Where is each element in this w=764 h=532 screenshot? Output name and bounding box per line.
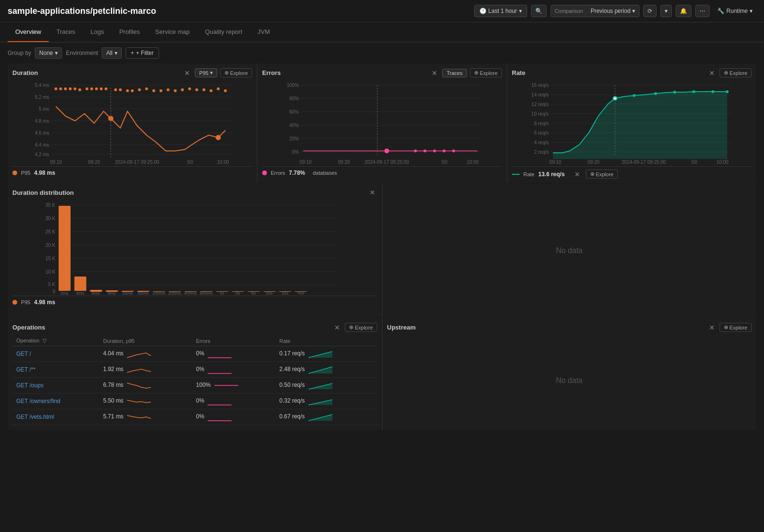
errors-chart-area: 100% 80% 60% 40% 20% 0% 09:10 [262, 80, 502, 166]
errors-chart-panel: Errors ✕ Traces ⊕ Explore 100% [257, 64, 507, 183]
table-row: GET /owners/find 5.50 ms 0% [12, 394, 377, 409]
tab-profiles[interactable]: Profiles [112, 22, 148, 42]
chevron-down-icon: ▾ [210, 70, 213, 76]
errors-explore-button[interactable]: ⊕ Explore [470, 68, 502, 77]
op-link[interactable]: GET /owners/find [16, 398, 60, 404]
upstream-no-data-text: No data [556, 376, 583, 385]
col-rate: Rate [276, 336, 377, 346]
upstream-panel: Upstream ✕ ⊕ Explore No data [382, 318, 757, 430]
svg-text:100%: 100% [286, 83, 299, 88]
right-no-data-panel: No data [382, 184, 757, 318]
more-button[interactable]: ⋯ [695, 5, 710, 17]
op-link[interactable]: GET / [16, 351, 31, 357]
op-link[interactable]: GET /vets.html [16, 414, 54, 420]
upstream-explore-button[interactable]: ⊕ Explore [720, 323, 752, 332]
alert-button[interactable]: 🔔 [676, 5, 691, 17]
p95-button[interactable]: P95 ▾ [195, 68, 217, 77]
svg-text::50: :50 [441, 160, 447, 165]
duration-explore-button[interactable]: ⊕ Explore [220, 68, 252, 77]
tab-overview[interactable]: Overview [8, 22, 49, 42]
clock-icon: 🕐 [479, 8, 487, 14]
environment-label: Environment [66, 50, 98, 56]
svg-text::50: :50 [186, 160, 193, 165]
svg-text:5s: 5s [251, 291, 256, 296]
rate-footer-explore-button[interactable]: ⊕ Explore [586, 170, 618, 179]
tab-jvm[interactable]: JVM [250, 22, 277, 42]
tab-traces[interactable]: Traces [49, 22, 83, 42]
op-rate: 0.50 req/s [276, 378, 377, 394]
upstream-header: Upstream ✕ ⊕ Explore [387, 323, 752, 332]
svg-text:09:20: 09:20 [338, 160, 350, 165]
svg-point-27 [126, 89, 129, 92]
explore-icon: ⊕ [590, 171, 594, 177]
svg-point-65 [433, 149, 436, 152]
upstream-close-button[interactable]: ✕ [707, 323, 717, 332]
environment-select[interactable]: All ▾ [102, 47, 121, 59]
duration-legend-label: P95 [21, 170, 31, 176]
rate-close-button[interactable]: ✕ [707, 69, 717, 77]
time-range-button[interactable]: 🕐 Last 1 hour ▾ [474, 5, 527, 17]
svg-point-14 [54, 87, 57, 90]
svg-text:0%: 0% [292, 149, 299, 155]
svg-text:10:00: 10:00 [467, 160, 478, 165]
svg-text:4.2 ms: 4.2 ms [35, 152, 49, 157]
explore-icon: ⊕ [474, 70, 478, 76]
comparison-value[interactable]: Previous period ▾ [587, 5, 639, 17]
svg-text:5 ms: 5 ms [39, 106, 49, 112]
svg-text:16 req/s: 16 req/s [531, 83, 549, 88]
chevron-down-icon: ▾ [55, 50, 58, 56]
distribution-close-button[interactable]: ✕ [368, 189, 377, 196]
tab-logs[interactable]: Logs [83, 22, 111, 42]
refresh-dropdown-button[interactable]: ▾ [660, 5, 672, 17]
traces-button[interactable]: Traces [442, 69, 467, 77]
op-link[interactable]: GET /oups [16, 382, 43, 389]
svg-point-37 [195, 88, 198, 91]
duration-close-button[interactable]: ✕ [182, 69, 192, 77]
svg-point-93 [654, 92, 657, 95]
filters-row: Group by None ▾ Environment All ▾ + + Fi… [0, 43, 764, 64]
operations-section: Operations ✕ ⊕ Explore Operation ▽ Durat… [8, 318, 756, 430]
comparison-group: Comparison Previous period ▾ [551, 5, 640, 17]
rate-chart-header: Rate ✕ ⊕ Explore [512, 68, 752, 77]
chevron-down-icon: ▾ [519, 8, 522, 14]
col-duration: Duration, p95 [99, 336, 192, 346]
svg-text:100ms: 100ms [152, 291, 166, 296]
tab-quality-report[interactable]: Quality report [197, 22, 250, 42]
plus-icon: + [131, 50, 134, 56]
svg-text:5.2 ms: 5.2 ms [35, 95, 49, 100]
distribution-header: Duration distribution ✕ [12, 189, 377, 196]
errors-legend-dot [262, 170, 267, 175]
refresh-button[interactable]: ⟳ [643, 5, 657, 17]
rate-explore-button[interactable]: ⊕ Explore [720, 68, 752, 77]
svg-point-31 [152, 89, 155, 92]
search-button[interactable]: 🔍 [531, 5, 547, 17]
svg-text:2 req/s: 2 req/s [534, 149, 549, 155]
svg-point-40 [217, 87, 220, 90]
group-by-select[interactable]: None ▾ [35, 47, 62, 59]
explore-icon: ⊕ [224, 70, 229, 76]
operations-close-button[interactable]: ✕ [332, 323, 342, 332]
col-operation: Operation ▽ [12, 336, 99, 346]
op-link[interactable]: GET /** [16, 366, 35, 373]
rate-footer-close-button[interactable]: ✕ [573, 170, 582, 178]
svg-point-17 [69, 87, 72, 90]
svg-text:4.4 ms: 4.4 ms [35, 142, 49, 148]
duration-chart-area: 5.4 ms 5.2 ms 5 ms 4.8 ms 4.6 ms 4.4 ms … [12, 80, 252, 166]
svg-text:09:20: 09:20 [88, 160, 100, 165]
svg-text:35 K: 35 K [45, 202, 55, 208]
tabs-bar: Overview Traces Logs Profiles Service ma… [0, 22, 764, 43]
dist-legend-value: 4.98 ms [34, 299, 55, 306]
runtime-button[interactable]: 🔧 Runtime ▾ [713, 6, 756, 16]
tab-service-map[interactable]: Service map [148, 22, 197, 42]
svg-text:40%: 40% [289, 123, 299, 128]
chevron-down-icon: ▾ [632, 8, 635, 14]
svg-point-32 [159, 89, 162, 92]
svg-text:800ms: 800ms [200, 291, 213, 296]
svg-point-29 [138, 88, 141, 91]
operations-explore-button[interactable]: ⊕ Explore [345, 323, 377, 332]
add-filter-button[interactable]: + + Filter [126, 47, 159, 59]
errors-close-button[interactable]: ✕ [430, 69, 439, 77]
explore-icon: ⊕ [724, 324, 728, 330]
svg-point-96 [711, 90, 714, 93]
svg-text:2024-09-17 09:25:00: 2024-09-17 09:25:00 [622, 160, 666, 165]
